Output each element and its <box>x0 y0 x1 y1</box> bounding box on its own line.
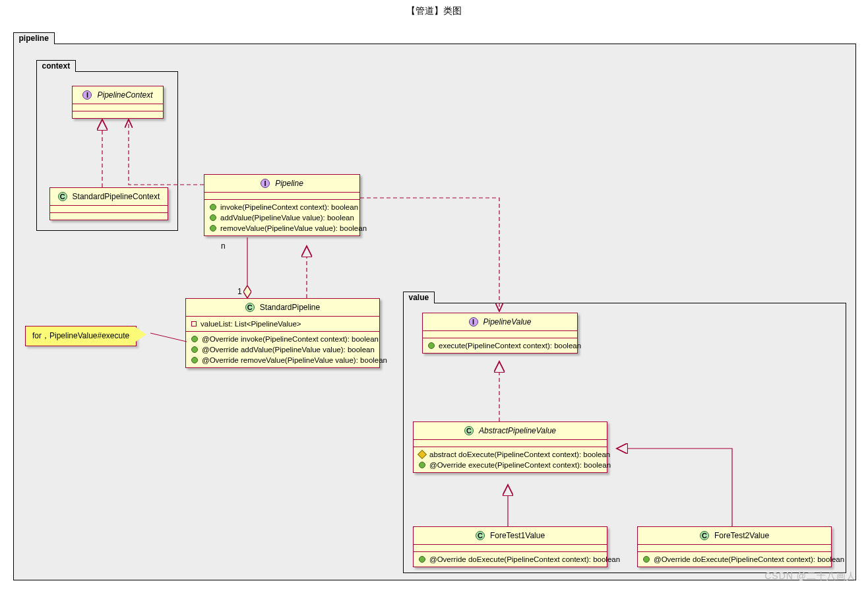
public-icon <box>643 556 650 563</box>
class-name: ForeTest1Value <box>490 531 545 540</box>
public-icon <box>419 462 425 468</box>
class-icon: C <box>464 426 474 435</box>
interface-icon: I <box>261 179 270 188</box>
public-icon <box>428 342 435 349</box>
class-name: AbstractPipelineValue <box>479 426 556 435</box>
class-header: I PipelineContext <box>73 86 163 104</box>
field-row: valueList: List<PipelineValue> <box>191 319 374 329</box>
public-icon <box>210 204 216 210</box>
public-icon <box>191 357 198 363</box>
interface-icon: I <box>469 317 478 326</box>
class-standardpipelinecontext: C StandardPipelineContext <box>49 187 168 220</box>
interface-icon: I <box>82 90 92 100</box>
class-pipeline: I Pipeline invoke(PipelineContext contex… <box>204 174 360 236</box>
package-pipeline-label: pipeline <box>13 32 55 44</box>
class-header: C StandardPipelineContext <box>50 188 168 206</box>
class-pipelinecontext: I PipelineContext <box>72 86 164 119</box>
method-row: removeValue(PipelineValue value): boolea… <box>210 223 354 233</box>
class-foretest1value: C ForeTest1Value @Override doExecute(Pip… <box>413 526 607 567</box>
abstract-icon <box>418 450 427 459</box>
method-row: invoke(PipelineContext context): boolean <box>210 202 354 212</box>
multiplicity-n: n <box>221 241 226 251</box>
method-row: @Override invoke(PipelineContext context… <box>191 334 374 344</box>
class-name: PipelineValue <box>483 317 532 326</box>
class-name: PipelineContext <box>97 90 152 100</box>
method-row: @Override doExecute(PipelineContext cont… <box>643 554 826 565</box>
public-icon <box>419 556 425 563</box>
class-name: StandardPipeline <box>260 303 320 312</box>
class-header: I PipelineValue <box>423 313 577 331</box>
method-row: abstract doExecute(PipelineContext conte… <box>419 449 602 460</box>
class-header: C AbstractPipelineValue <box>414 422 607 440</box>
public-icon <box>191 346 198 353</box>
class-pipelinevalue: I PipelineValue execute(PipelineContext … <box>422 313 578 354</box>
class-foretest2value: C ForeTest2Value @Override doExecute(Pip… <box>637 526 832 567</box>
class-header: I Pipeline <box>204 175 359 193</box>
diagram-title: 【管道】类图 <box>0 0 868 17</box>
watermark: CSDN @二十八画人 <box>764 571 856 582</box>
public-icon <box>191 336 198 342</box>
class-icon: C <box>476 531 485 540</box>
public-icon <box>210 214 216 221</box>
class-name: ForeTest2Value <box>714 531 769 540</box>
method-row: @Override execute(PipelineContext contex… <box>419 460 602 470</box>
class-icon: C <box>245 303 255 312</box>
class-name: Pipeline <box>275 179 303 188</box>
package-value-label: value <box>403 292 435 303</box>
public-icon <box>210 225 216 232</box>
class-header: C ForeTest1Value <box>414 527 607 545</box>
method-row: @Override removeValue(PipelineValue valu… <box>191 355 374 365</box>
method-row: addValue(PipelineValue value): boolean <box>210 212 354 223</box>
class-icon: C <box>700 531 709 540</box>
private-icon <box>191 321 197 326</box>
class-header: C ForeTest2Value <box>638 527 831 545</box>
method-row: execute(PipelineContext context): boolea… <box>428 340 572 351</box>
class-abstractpipelinevalue: C AbstractPipelineValue abstract doExecu… <box>413 421 607 473</box>
multiplicity-one: 1 <box>237 287 242 296</box>
package-context-label: context <box>36 60 77 72</box>
class-header: C StandardPipeline <box>186 299 379 317</box>
method-row: @Override addValue(PipelineValue value):… <box>191 344 374 355</box>
method-row: @Override doExecute(PipelineContext cont… <box>419 554 602 565</box>
class-icon: C <box>58 192 67 201</box>
note: for，PipelineValue#execute <box>25 326 137 346</box>
class-name: StandardPipelineContext <box>73 192 160 201</box>
class-standardpipeline: C StandardPipeline valueList: List<Pipel… <box>185 298 380 368</box>
